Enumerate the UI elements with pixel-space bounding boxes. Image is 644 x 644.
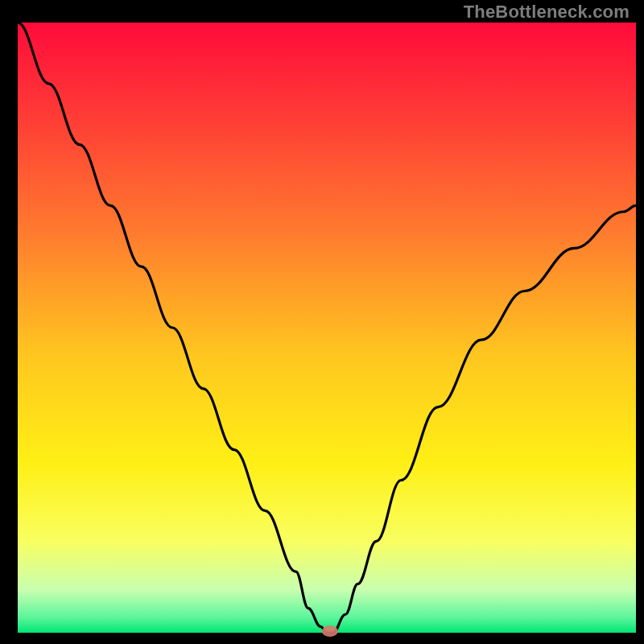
chart-frame: TheBottleneck.com — [0, 0, 644, 644]
bottleneck-chart — [0, 0, 644, 644]
optimal-marker — [322, 625, 338, 637]
gradient-background — [18, 23, 636, 633]
